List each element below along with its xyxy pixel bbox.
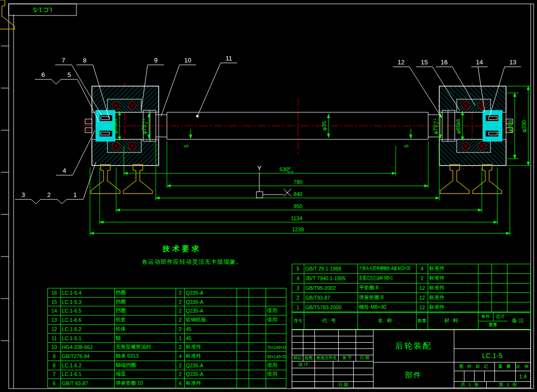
tech-req-title: 技术要求	[163, 244, 201, 254]
dim-step-left: 5	[183, 145, 189, 148]
rev-date-label: 日 期	[356, 355, 373, 362]
assembly-name: 后轮装配	[373, 330, 454, 362]
table-row: 7 LC.1-6.1 端盖 2 Q235-A 借用	[48, 370, 286, 379]
rail-profile	[0, 0, 15, 29]
table-row: 4 JB/T 7940.1-1995 直通式压注油杯 M8×1 2 标准件	[292, 273, 530, 283]
header-total: 总计	[493, 313, 508, 321]
drawing-number: LC.1-5	[454, 348, 531, 362]
dim-step-right: 5	[403, 145, 409, 148]
callout-5: 5	[67, 71, 71, 78]
callout-7: 7	[61, 57, 65, 64]
design-label: 设 计	[292, 361, 315, 368]
scale-value: 1:4	[515, 371, 531, 382]
bom-no: 16	[48, 288, 60, 297]
header-remark: 备注	[507, 313, 530, 329]
callout-16: 16	[441, 59, 448, 66]
callout-4: 4	[62, 167, 66, 174]
rails	[0, 0, 502, 194]
bom-remark	[266, 288, 286, 297]
parts-list-left: 16 LC.1-5.4 挡圈 2 Q235-A 15 LC.1-5.3 挡圈 2…	[47, 288, 286, 388]
dim-seat-left: φ75+0.10	[141, 118, 149, 134]
parts-list-header: 序号 代号 名称 数量 材料 单件 总计 重量 备注	[292, 312, 531, 330]
callout-14: 14	[476, 59, 483, 66]
header-qty: 数量	[416, 313, 428, 329]
weight-label: 重 量	[494, 362, 516, 371]
dim-1239: 1239	[292, 226, 304, 232]
bom-name: 直通式压注油杯 M8×1	[359, 275, 393, 282]
table-row: 5 GB/T 29.1-1988 六角头头部带槽螺栓-A级 M10×30 4 标…	[292, 264, 530, 273]
bom-name: 六角头头部带槽螺栓-A级 M10×30	[359, 265, 411, 272]
ucs-y-label: Y	[257, 165, 262, 172]
callout-13: 13	[509, 59, 516, 66]
rev-file-label: 更改文件名	[314, 355, 339, 362]
callout-6: 6	[41, 71, 45, 78]
table-row: 2 GB/T93-87 弹簧垫圈 8 12 标准件	[292, 292, 530, 302]
ucs-origin-box	[256, 192, 263, 198]
header-weight-group: 单件 总计 重量	[478, 313, 507, 329]
callout-1: 1	[73, 191, 76, 198]
dim-shaft-dia: φ35	[321, 121, 327, 130]
table-row: 12 LC.1-5.2 轮体 2 45	[48, 324, 286, 333]
header-no: 序号	[292, 313, 304, 329]
dim-780: 780	[294, 179, 302, 185]
callout-2: 2	[47, 191, 50, 198]
dim-530: 5300-0.5	[280, 166, 293, 174]
bom-qty: 2	[176, 288, 184, 297]
cad-drawing-page: LC.1-5	[0, 0, 537, 392]
callout-9: 9	[154, 57, 157, 64]
dim-840: 840	[294, 191, 302, 197]
callout-3: 3	[21, 191, 25, 198]
table-row: 16 LC.1-5.4 挡圈 2 Q235-A	[48, 288, 286, 297]
dim-seat-right: φ75+0.10	[433, 118, 440, 134]
header-weight: 重量	[478, 321, 507, 330]
table-row: 13 LC.1-6.6 纸垫 2 软钢纸板 借用	[48, 315, 286, 324]
callouts: 6 5 7 8 9 10 11 12 15 16 14 13 4 3 2 1	[15, 55, 521, 204]
bom-remark: 75×100×16	[267, 345, 286, 350]
dim-bore-right: φ65k6	[455, 119, 461, 134]
table-row: 10 HG4-338-66J 无骨架橡胶油封 2 标准件 75×100×16	[48, 342, 286, 351]
bom-name: 挡圈	[114, 288, 176, 297]
table-row: 8 LC.1-6.2 轴端挡圈 2 Q235-A 借用	[48, 361, 286, 370]
scale-label: 比 例	[515, 362, 531, 371]
table-row: 11 LC.1-5.1 轴 1 45	[48, 333, 286, 343]
bom-remark: 65×140×33	[267, 354, 286, 359]
stamp-label: 图 样 标 记	[454, 362, 495, 371]
table-row: 15 LC.1-5.3 挡圈 2 Q235-A	[48, 297, 286, 306]
rev-sign-label: 签 字	[338, 355, 356, 362]
dim-hub-dia: φ200	[507, 120, 513, 133]
rev-mark-label: 标记	[292, 355, 303, 362]
dim-wheel-dia: φ230	[521, 120, 527, 133]
header-name: 名称	[358, 313, 416, 329]
date-label: 日 期	[333, 381, 354, 388]
callout-11: 11	[225, 55, 232, 62]
part-type: 部件	[373, 362, 454, 388]
callout-10: 10	[184, 57, 191, 64]
table-row: 1 GB/T5783-2000 螺栓 M8×30 12 标准件	[292, 302, 530, 312]
parts-list-right: 5 GB/T 29.1-1988 六角头头部带槽螺栓-A级 M10×30 4 标…	[292, 264, 531, 312]
corner-drawing-number: LC.1-5	[33, 6, 52, 14]
rev-count-label: 处数	[303, 355, 315, 362]
header-material: 材料	[428, 313, 478, 329]
fold-tick-marks	[1, 46, 9, 341]
table-row: 6 GB/T 93-87 弹簧垫圈 10 4 标准件	[48, 378, 286, 388]
table-row: 14 LC.1-6.5 挡圈 2 Q235-A 借用	[48, 306, 286, 315]
table-row: 3 GB/T95-2002 平垫圈 8 12 标准件	[292, 283, 530, 293]
sheet-total: 共 1 张	[454, 381, 487, 388]
ucs-x-marker	[283, 189, 291, 196]
callout-15: 15	[421, 59, 428, 66]
dim-950: 950	[294, 203, 302, 209]
sheet-number: 第 1 张	[486, 381, 531, 388]
dim-bore-left: φ65k6	[112, 119, 118, 134]
header-unit: 单件	[478, 313, 493, 321]
dim-1134: 1134	[291, 215, 302, 221]
callout-12: 12	[398, 59, 404, 66]
header-code: 代号	[304, 313, 358, 329]
title-block: 标记 处数 更改文件名 签 字 日 期 设 计 日 期 后轮装配 部件 LC.1…	[292, 330, 531, 388]
tech-req-line: 各运动部件应转动灵活无卡阻现象。	[142, 258, 242, 266]
callout-8: 8	[83, 57, 86, 64]
bom-material: Q235-A	[184, 288, 237, 297]
bom-code: LC.1-5.4	[60, 288, 114, 297]
table-row: 9 GB/T276-94 轴承 6313 4 标准件 65×140×33	[48, 351, 286, 361]
